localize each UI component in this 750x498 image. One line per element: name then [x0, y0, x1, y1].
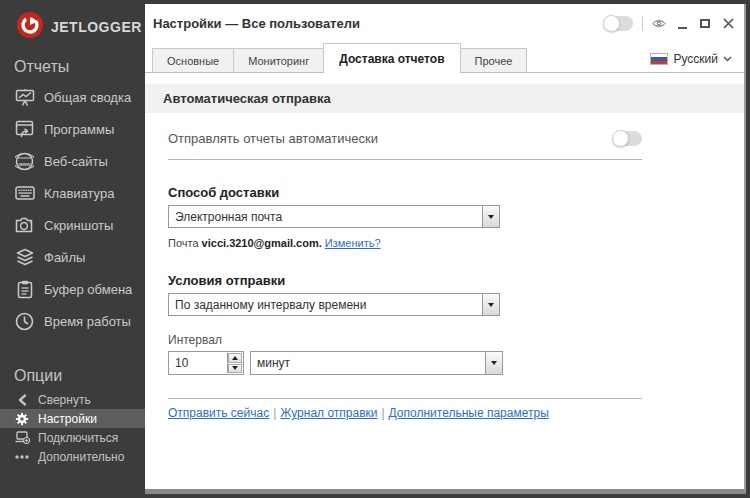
advanced-params-link[interactable]: Дополнительные параметры [389, 406, 549, 420]
camera-icon [13, 215, 36, 235]
sidebar-section-options: Опции [0, 337, 145, 390]
interval-input[interactable] [169, 352, 226, 374]
send-log-link[interactable]: Журнал отправки [280, 406, 377, 420]
app-logo-text: JETLOGGER [51, 19, 142, 35]
link-separator: | [381, 406, 384, 420]
globe-icon: www [13, 151, 36, 171]
sidebar-item-connect[interactable]: Подключиться [0, 428, 145, 447]
sidebar-item-label: Общая сводка [44, 90, 131, 105]
titlebar-toggle[interactable] [604, 16, 633, 31]
sidebar-item-screenshots[interactable]: Скриншоты [0, 209, 145, 241]
interval-row: минут [168, 351, 642, 375]
sidebar-item-label: Подключиться [38, 431, 118, 445]
sidebar-item-clipboard[interactable]: Буфер обмена [0, 273, 145, 305]
svg-text:www: www [18, 160, 31, 166]
spinner-buttons [227, 353, 242, 373]
controls-divider [642, 16, 643, 31]
app-logo: JETLOGGER [0, 0, 145, 43]
titlebar: Настройки — Все пользователи [145, 4, 744, 43]
sidebar-item-label: Программы [44, 122, 114, 137]
toggle-knob [612, 130, 629, 147]
dropdown-arrow-icon[interactable] [485, 352, 502, 374]
chart-board-icon [13, 87, 36, 107]
auto-send-row: Отправлять отчеты автоматически [168, 131, 642, 146]
change-email-link[interactable]: Изменить? [325, 237, 381, 249]
minimize-icon [678, 27, 687, 29]
sidebar: JETLOGGER Отчеты Общая сводка Программы [0, 0, 145, 498]
auto-send-label: Отправлять отчеты автоматически [168, 131, 378, 146]
jetlogger-logo-icon [16, 11, 44, 43]
footer-links: Отправить сейчас|Журнал отправки|Дополни… [168, 406, 642, 420]
ellipsis-icon [13, 455, 31, 459]
app-window-icon [13, 119, 36, 139]
delivery-method-value: Электронная почта [169, 206, 482, 227]
send-condition-label: Условия отправки [168, 273, 642, 288]
sidebar-item-settings[interactable]: Настройки [0, 409, 145, 428]
maximize-icon [700, 19, 710, 28]
russian-flag-icon [650, 53, 668, 65]
sidebar-item-summary[interactable]: Общая сводка [0, 81, 145, 113]
sidebar-item-label: Клавиатура [44, 186, 114, 201]
window-title: Настройки — Все пользователи [153, 16, 360, 31]
section-title: Автоматическая отправка [145, 84, 744, 113]
send-condition-select[interactable]: По заданному интервалу времени [168, 293, 500, 316]
settings-form: Отправлять отчеты автоматически Способ д… [168, 131, 642, 420]
eye-icon[interactable] [652, 16, 666, 32]
sidebar-item-label: Свернуть [38, 393, 91, 407]
sidebar-item-label: Настройки [38, 412, 97, 426]
dropdown-arrow-icon[interactable] [482, 206, 499, 227]
tab-report-delivery[interactable]: Доставка отчетов [323, 43, 460, 73]
auto-send-toggle[interactable] [613, 131, 642, 146]
send-now-link[interactable]: Отправить сейчас [168, 406, 269, 420]
chevron-down-icon [723, 56, 732, 62]
interval-spinner [168, 351, 244, 375]
sidebar-item-more[interactable]: Дополнительно [0, 447, 145, 466]
interval-unit-value: минут [251, 352, 485, 374]
delivery-method-select[interactable]: Электронная почта [168, 205, 500, 228]
minimize-button[interactable] [675, 16, 689, 32]
tab-general[interactable]: Основные [152, 48, 234, 72]
tabbar: Основные Мониторинг Доставка отчетов Про… [145, 43, 744, 73]
interval-unit-select[interactable]: минут [250, 351, 503, 375]
toggle-knob [603, 15, 620, 32]
spin-down-button[interactable] [228, 364, 242, 374]
language-label: Русский [673, 52, 718, 66]
sidebar-item-label: Файлы [44, 250, 85, 265]
maximize-button[interactable] [698, 16, 712, 32]
sidebar-item-label: Веб-сайты [44, 154, 108, 169]
tab-monitoring[interactable]: Мониторинг [233, 48, 324, 72]
spin-up-button[interactable] [228, 353, 242, 363]
sidebar-item-programs[interactable]: Программы [0, 113, 145, 145]
clipboard-icon [13, 279, 36, 299]
settings-window: Настройки — Все пользователи Основные Мо… [145, 4, 746, 494]
connect-pc-icon [13, 431, 31, 444]
dropdown-arrow-icon[interactable] [482, 294, 499, 315]
divider [168, 398, 642, 399]
sidebar-item-collapse[interactable]: Свернуть [0, 390, 145, 409]
sidebar-item-label: Дополнительно [38, 450, 124, 464]
keyboard-icon [13, 183, 36, 203]
sidebar-item-label: Скриншоты [44, 218, 113, 233]
divider [168, 159, 642, 160]
email-line: Почта vicci.3210@gmail.com. Изменить? [168, 237, 642, 249]
layers-icon [13, 247, 36, 267]
email-address: vicci.3210@gmail.com. [202, 237, 322, 249]
sidebar-item-files[interactable]: Файлы [0, 241, 145, 273]
interval-label: Интервал [168, 333, 642, 347]
language-selector[interactable]: Русский [650, 52, 732, 66]
sidebar-item-keyboard[interactable]: Клавиатура [0, 177, 145, 209]
tab-other[interactable]: Прочее [460, 48, 528, 72]
sidebar-item-label: Буфер обмена [44, 282, 132, 297]
link-separator: | [273, 406, 276, 420]
email-prefix: Почта [168, 237, 199, 249]
close-button[interactable] [721, 16, 735, 32]
sidebar-section-reports: Отчеты [0, 43, 145, 81]
sidebar-item-label: Время работы [44, 314, 131, 329]
gear-icon [13, 412, 31, 426]
sidebar-item-worktime[interactable]: Время работы [0, 305, 145, 337]
sidebar-item-websites[interactable]: www Веб-сайты [0, 145, 145, 177]
chevron-left-icon [13, 394, 31, 406]
close-icon [723, 18, 734, 29]
delivery-method-label: Способ доставки [168, 185, 642, 200]
window-controls [604, 16, 735, 32]
